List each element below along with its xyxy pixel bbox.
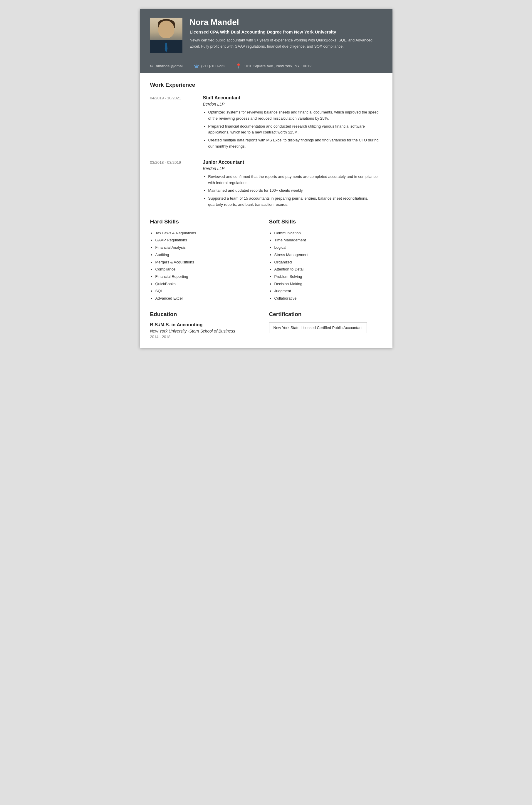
contact-email: ✉ nmandel@gmail [150, 64, 184, 69]
list-item: Judgment [274, 288, 382, 295]
job-2-bullets: Reviewed and confirmed that the reports … [203, 174, 382, 208]
list-item: Created multiple data reports with MS Ex… [208, 137, 382, 150]
certification-col: Certification New York State Licensed Ce… [269, 311, 382, 339]
job-2-date: 03/2018 - 03/2019 [150, 160, 197, 209]
contact-address: 📍 1010 Square Ave., New York, NY 10012 [235, 63, 311, 69]
list-item: Decision Making [274, 280, 382, 288]
list-item: QuickBooks [155, 280, 263, 288]
header-section: Nora Mandel Licensed CPA With Dual Accou… [140, 9, 393, 73]
phone-icon: ☎ [194, 64, 199, 69]
candidate-title: Licensed CPA With Dual Accounting Degree… [190, 30, 382, 34]
candidate-name: Nora Mandel [190, 18, 382, 27]
list-item: Optimized systems for reviewing balance … [208, 109, 382, 122]
address-text: 1010 Square Ave., New York, NY 10012 [244, 64, 311, 68]
header-top: Nora Mandel Licensed CPA With Dual Accou… [150, 18, 382, 59]
certification-title: Certification [269, 311, 382, 317]
certification-text: New York State Licensed Certified Public… [269, 322, 367, 333]
hard-skills-list: Tax Laws & Regulations GAAP Regulations … [150, 230, 263, 302]
education-degree: B.S./M.S. in Accounting [150, 322, 263, 328]
list-item: Communication [274, 230, 382, 237]
contact-phone: ☎ (211)-100-222 [194, 64, 225, 69]
job-1-title: Staff Accountant [203, 95, 382, 100]
bottom-section: Education B.S./M.S. in Accounting New Yo… [150, 311, 382, 339]
list-item: Compliance [155, 266, 263, 273]
work-experience-title: Work Experience [150, 82, 382, 89]
list-item: Maintained and updated records for 100+ … [208, 187, 382, 194]
list-item: Attention to Detail [274, 266, 382, 273]
list-item: SQL [155, 288, 263, 295]
job-2-company: Berdon LLP [203, 166, 382, 171]
candidate-summary: Newly certified public accountant with 3… [190, 37, 382, 50]
job-1-company: Berdon LLP [203, 102, 382, 106]
work-experience-section: Work Experience 04/2019 - 10/2021 Staff … [150, 82, 382, 209]
list-item: Auditing [155, 251, 263, 259]
job-1-date: 04/2019 - 10/2021 [150, 95, 197, 151]
resume-body: Work Experience 04/2019 - 10/2021 Staff … [140, 73, 393, 348]
list-item: Advanced Excel [155, 295, 263, 302]
list-item: Supported a team of 15 accountants in pr… [208, 196, 382, 208]
job-2-title: Junior Accountant [203, 160, 382, 165]
soft-skills-title: Soft Skills [269, 218, 382, 225]
soft-skills-col: Soft Skills Communication Time Managemen… [269, 218, 382, 302]
header-contact: ✉ nmandel@gmail ☎ (211)-100-222 📍 1010 S… [150, 59, 382, 73]
list-item: GAAP Regulations [155, 237, 263, 244]
job-1: 04/2019 - 10/2021 Staff Accountant Berdo… [150, 95, 382, 151]
list-item: Collaborative [274, 295, 382, 302]
hard-skills-title: Hard Skills [150, 218, 263, 225]
list-item: Tax Laws & Regulations [155, 230, 263, 237]
job-2: 03/2018 - 03/2019 Junior Accountant Berd… [150, 160, 382, 209]
list-item: Logical [274, 244, 382, 251]
job-1-content: Staff Accountant Berdon LLP Optimized sy… [203, 95, 382, 151]
education-years: 2014 - 2018 [150, 334, 263, 339]
list-item: Financial Reporting [155, 273, 263, 280]
avatar [150, 18, 183, 53]
list-item: Time Management [274, 237, 382, 244]
phone-text: (211)-100-222 [201, 64, 225, 68]
job-1-bullets: Optimized systems for reviewing balance … [203, 109, 382, 150]
list-item: Mergers & Acquisitions [155, 259, 263, 266]
list-item: Organized [274, 259, 382, 266]
education-col: Education B.S./M.S. in Accounting New Yo… [150, 311, 263, 339]
education-school: New York University -Stern School of Bus… [150, 329, 263, 333]
education-title: Education [150, 311, 263, 317]
skills-section: Hard Skills Tax Laws & Regulations GAAP … [150, 218, 382, 302]
list-item: Problem Solving [274, 273, 382, 280]
list-item: Stress Management [274, 251, 382, 259]
header-info: Nora Mandel Licensed CPA With Dual Accou… [190, 18, 382, 50]
soft-skills-list: Communication Time Management Logical St… [269, 230, 382, 302]
email-icon: ✉ [150, 64, 154, 69]
list-item: Prepared financial documentation and con… [208, 124, 382, 136]
job-2-content: Junior Accountant Berdon LLP Reviewed an… [203, 160, 382, 209]
email-text: nmandel@gmail [156, 64, 184, 68]
list-item: Financial Analysis [155, 244, 263, 251]
location-icon: 📍 [235, 63, 242, 69]
resume-container: Nora Mandel Licensed CPA With Dual Accou… [140, 9, 393, 348]
list-item: Reviewed and confirmed that the reports … [208, 174, 382, 186]
hard-skills-col: Hard Skills Tax Laws & Regulations GAAP … [150, 218, 263, 302]
